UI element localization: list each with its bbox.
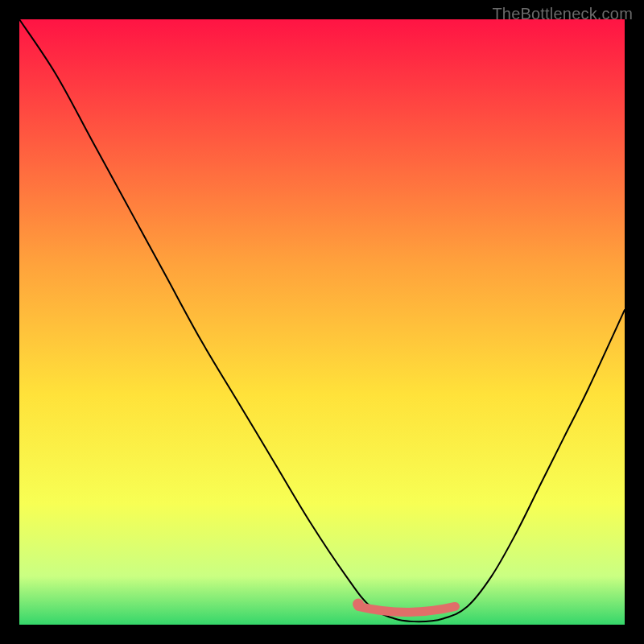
watermark-text: TheBottleneck.com bbox=[492, 5, 633, 23]
plot-area bbox=[19, 19, 625, 625]
chart-stage: TheBottleneck.com bbox=[0, 0, 644, 644]
gradient-background bbox=[19, 19, 625, 625]
highlight-dot bbox=[353, 598, 364, 609]
chart-svg bbox=[19, 19, 625, 625]
